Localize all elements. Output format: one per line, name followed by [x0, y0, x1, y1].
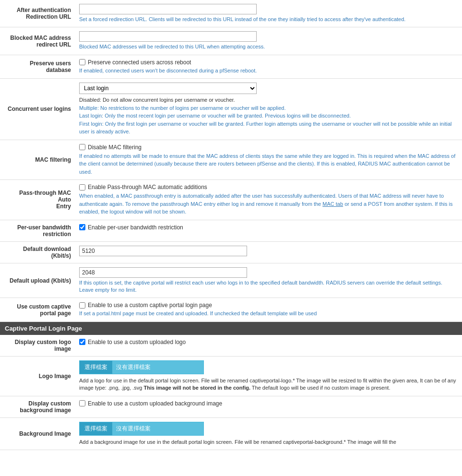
default-upload-label: Default upload (Kbit/s) — [0, 263, 77, 298]
preserve-users-label: Preserve users database — [0, 55, 77, 78]
display-custom-bg-checkbox[interactable] — [79, 400, 85, 406]
background-image-hint: Add a background image for use in the de… — [79, 439, 457, 446]
table-row: MAC filtering Disable MAC filtering If e… — [0, 140, 462, 180]
after-auth-input[interactable] — [79, 4, 257, 14]
passthrough-mac-value: Enable Pass-through MAC automatic additi… — [77, 180, 462, 220]
blocked-mac-input[interactable] — [79, 31, 257, 42]
table-row: Blocked MAC addressredirect URL Blocked … — [0, 27, 462, 55]
logo-image-upload-container: 選擇檔案 沒有選擇檔案 — [79, 360, 204, 374]
custom-portal-page-checkbox-label: Enable to use a custom captive portal lo… — [88, 302, 212, 309]
table-row: Background Image 選擇檔案 沒有選擇檔案 Add a backg… — [0, 417, 462, 450]
table-row: Display custom logoimage Enable to use a… — [0, 335, 462, 357]
display-custom-logo-label: Display custom logoimage — [0, 335, 77, 357]
display-custom-bg-value: Enable to use a custom uploaded backgrou… — [77, 396, 462, 417]
per-user-bandwidth-label: Per-user bandwidthrestriction — [0, 220, 77, 241]
table-row: After authenticationRedirection URL Set … — [0, 0, 462, 27]
preserve-users-checkbox[interactable] — [79, 59, 85, 65]
custom-portal-page-label: Use custom captiveportal page — [0, 298, 77, 321]
logo-image-hint: Add a logo for use in the default portal… — [79, 377, 457, 392]
default-upload-input[interactable] — [79, 267, 247, 278]
blocked-mac-hint: Blocked MAC addresses will be redirected… — [79, 43, 457, 50]
table-row: Pass-through MAC AutoEntry Enable Pass-t… — [0, 180, 462, 220]
concurrent-multiple-desc: Multiple: No restrictions to the number … — [79, 104, 457, 112]
passthrough-mac-hint: When enabled, a MAC passthrough entry is… — [79, 192, 457, 216]
after-auth-label: After authenticationRedirection URL — [0, 0, 77, 27]
blocked-mac-label: Blocked MAC addressredirect URL — [0, 27, 77, 55]
passthrough-mac-checkbox[interactable] — [79, 184, 85, 190]
per-user-bandwidth-value: Enable per-user bandwidth restriction — [77, 220, 462, 241]
table-row: Default upload (Kbit/s) If this option i… — [0, 263, 462, 298]
table-row: Concurrent user logins Disabled Multiple… — [0, 79, 462, 140]
logo-image-label: Logo Image — [0, 356, 77, 396]
mac-filtering-label: MAC filtering — [0, 140, 77, 180]
default-download-value — [77, 241, 462, 263]
concurrent-logins-select[interactable]: Disabled Multiple Last login First login — [79, 83, 257, 94]
settings-table: After authenticationRedirection URL Set … — [0, 0, 462, 322]
table-row: Display custombackground image Enable to… — [0, 396, 462, 417]
login-page-settings-table: Display custom logoimage Enable to use a… — [0, 335, 462, 450]
logo-image-upload-button[interactable]: 選擇檔案 — [80, 361, 112, 374]
default-upload-value: If this option is set, the captive porta… — [77, 263, 462, 298]
captive-portal-login-page-header: Captive Portal Login Page — [0, 322, 462, 335]
display-custom-bg-label: Display custombackground image — [0, 396, 77, 417]
background-image-upload-container: 選擇檔案 沒有選擇檔案 — [79, 422, 204, 436]
blocked-mac-value: Blocked MAC addresses will be redirected… — [77, 27, 462, 55]
table-row: Default download (Kbit/s) — [0, 241, 462, 263]
mac-filtering-value: Disable MAC filtering If enabled no atte… — [77, 140, 462, 180]
display-custom-logo-checkbox-label: Enable to use a custom uploaded logo — [88, 339, 186, 345]
display-custom-bg-checkbox-label: Enable to use a custom uploaded backgrou… — [88, 400, 222, 407]
display-custom-logo-checkbox[interactable] — [79, 339, 85, 345]
default-download-input[interactable] — [79, 246, 247, 256]
table-row: Preserve users database Preserve connect… — [0, 55, 462, 78]
concurrent-last-desc: Last login: Only the most recent login p… — [79, 112, 457, 120]
concurrent-first-desc: First login: Only the first login per us… — [79, 120, 457, 136]
concurrent-logins-value: Disabled Multiple Last login First login… — [77, 79, 462, 140]
preserve-users-hint: If enabled, connected users won't be dis… — [79, 67, 457, 74]
logo-image-no-file-label: 沒有選擇檔案 — [112, 363, 154, 371]
mac-tab-link[interactable]: MAC tab — [322, 201, 343, 207]
per-user-bandwidth-checkbox-label: Enable per-user bandwidth restriction — [88, 224, 183, 231]
default-download-label: Default download (Kbit/s) — [0, 241, 77, 263]
display-custom-logo-value: Enable to use a custom uploaded logo — [77, 335, 462, 357]
background-image-upload-button[interactable]: 選擇檔案 — [80, 422, 112, 435]
default-upload-hint: If this option is set, the captive porta… — [79, 279, 457, 294]
passthrough-mac-label: Pass-through MAC AutoEntry — [0, 180, 77, 220]
preserve-users-value: Preserve connected users across reboot I… — [77, 55, 462, 78]
passthrough-mac-checkbox-label: Enable Pass-through MAC automatic additi… — [88, 184, 207, 190]
custom-portal-page-value: Enable to use a custom captive portal lo… — [77, 298, 462, 321]
mac-filtering-checkbox[interactable] — [79, 144, 85, 150]
concurrent-logins-label: Concurrent user logins — [0, 79, 77, 140]
table-row: Logo Image 選擇檔案 沒有選擇檔案 Add a logo for us… — [0, 356, 462, 396]
background-image-value: 選擇檔案 沒有選擇檔案 Add a background image for u… — [77, 417, 462, 450]
after-auth-hint: Set a forced redirection URL. Clients wi… — [79, 16, 457, 23]
logo-image-value: 選擇檔案 沒有選擇檔案 Add a logo for use in the de… — [77, 356, 462, 396]
after-auth-value: Set a forced redirection URL. Clients wi… — [77, 0, 462, 27]
concurrent-disabled-desc: Disabled: Do not allow concurrent logins… — [79, 96, 457, 104]
mac-filtering-hint: If enabled no attempts will be made to e… — [79, 152, 457, 176]
concurrent-desc: Disabled: Do not allow concurrent logins… — [79, 96, 457, 136]
preserve-users-checkbox-label: Preserve connected users across reboot — [88, 59, 191, 66]
background-image-label: Background Image — [0, 417, 77, 450]
per-user-bandwidth-checkbox[interactable] — [79, 224, 85, 230]
mac-filtering-checkbox-label: Disable MAC filtering — [88, 144, 142, 151]
background-image-no-file-label: 沒有選擇檔案 — [112, 425, 154, 433]
logo-image-hint-bold: This image will not be stored in the con… — [144, 385, 250, 391]
table-row: Per-user bandwidthrestriction Enable per… — [0, 220, 462, 241]
table-row: Use custom captiveportal page Enable to … — [0, 298, 462, 321]
custom-portal-page-checkbox[interactable] — [79, 302, 85, 309]
custom-portal-page-hint: If set a portal.html page must be create… — [79, 310, 457, 317]
